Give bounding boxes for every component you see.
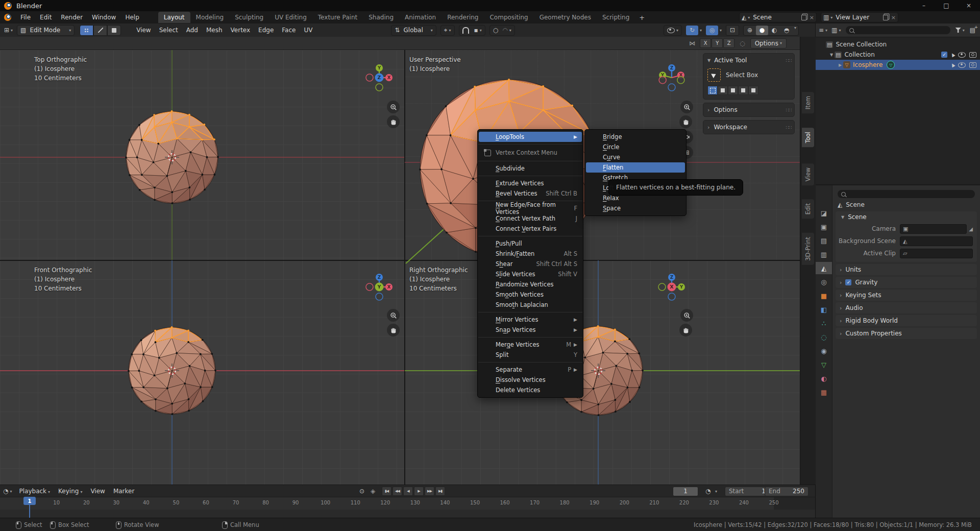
camera-input[interactable]: ▣ [900, 224, 967, 234]
menu-item-dissolve-vertices[interactable]: Dissolve Vertices [479, 375, 582, 385]
select-mode-vertex[interactable] [80, 25, 93, 36]
unlink-scene-icon[interactable]: × [810, 14, 814, 21]
outliner-row-icosphere[interactable]: ▶▽Icosphere▽▲ [816, 60, 980, 70]
properties-tab-object[interactable]: ■ [816, 289, 832, 302]
menu-item-new-edge-face-from-vertices[interactable]: New Edge/Face from VerticesF [479, 203, 582, 213]
pan-hand-button[interactable] [679, 324, 692, 336]
select-mode-box-intersect[interactable] [748, 86, 758, 95]
background-scene-input[interactable]: ◭ [900, 236, 973, 246]
sidebar-tab-view[interactable]: View [802, 163, 814, 185]
remove-view-layer-icon[interactable]: × [891, 14, 896, 21]
proportional-editing-toggle[interactable]: ○◠▾ [489, 25, 515, 36]
show-overlays-toggle[interactable]: ◎ [706, 26, 718, 35]
options-dropdown[interactable]: Options▾ [750, 38, 787, 49]
properties-tab-output[interactable]: ▤ [816, 234, 832, 247]
rendered-shading-button[interactable]: ◓ [780, 26, 793, 35]
frame-start-field[interactable]: Start1 [725, 487, 770, 496]
panel-custom-properties[interactable]: ›Custom Properties [836, 328, 977, 339]
panel-gravity[interactable]: ›✓Gravity [836, 277, 977, 288]
menu-item-connect-vertex-path[interactable]: Connect Vertex PathJ [479, 213, 582, 224]
viewport-menu-add[interactable]: Add [182, 25, 202, 35]
transform-orientation-selector[interactable]: ⇅Global▾ [391, 25, 436, 36]
menu-item-connect-vertex-pairs[interactable]: Connect Vertex Pairs [479, 224, 582, 234]
workspace-tab-compositing[interactable]: Compositing [484, 12, 533, 23]
menu-item-bevel-vertices[interactable]: Bevel VerticesShift Ctrl B [479, 188, 582, 199]
current-frame-field[interactable]: 1 [673, 487, 698, 496]
viewport-right-orthographic[interactable] [405, 260, 800, 485]
snap-toggle[interactable]: ▪▾ [459, 25, 485, 36]
properties-tab-texture[interactable]: ▦ [816, 386, 832, 398]
panel-rigid-body-world[interactable]: ›Rigid Body World [836, 315, 977, 326]
cursor-icon[interactable]: ▲ [950, 62, 955, 68]
viewport-top-orthographic[interactable] [0, 50, 404, 260]
auto-keying-icon[interactable]: ⊙ [359, 488, 364, 494]
menu-file[interactable]: File [16, 12, 35, 22]
properties-tab-scene[interactable]: ◭ [816, 262, 832, 274]
grip-icon[interactable]: ∷∷ [786, 58, 791, 63]
add-workspace-button[interactable]: + [635, 13, 649, 22]
viewport-menu-edge[interactable]: Edge [254, 25, 278, 35]
properties-tab-physics[interactable]: ◌ [816, 331, 832, 343]
scene-panel-header[interactable]: ▼Scene [836, 211, 977, 223]
viewport-menu-face[interactable]: Face [278, 25, 300, 35]
sidebar-tab-edit[interactable]: Edit [802, 199, 814, 219]
menu-item-smooth-vertices[interactable]: Smooth Vertices [479, 289, 582, 300]
maximize-button[interactable]: □ [935, 0, 958, 11]
menu-item-shear[interactable]: ShearShift Ctrl Alt S [479, 259, 582, 269]
outliner-display-mode-icon[interactable]: ≡ [819, 27, 824, 33]
menu-item-randomize-vertices[interactable]: Randomize Vertices [479, 279, 582, 289]
sidebar-tab-3d-print[interactable]: 3D-Print [802, 233, 814, 265]
playhead-frame-tag[interactable]: 1 [23, 497, 36, 505]
workspace-tab-sculpting[interactable]: Sculpting [229, 12, 269, 23]
nav-gizmo-right[interactable]: ZYX [657, 273, 686, 301]
menu-item-push-pull[interactable]: Push/Pull [479, 238, 582, 249]
viewport-menu-vertex[interactable]: Vertex [227, 25, 255, 35]
wireframe-shading-button[interactable]: ⊕ [744, 26, 756, 35]
camera-icon[interactable] [969, 62, 976, 68]
eye-icon[interactable] [958, 62, 966, 68]
eyedropper-icon[interactable]: ◢ [969, 226, 973, 232]
select-mode-box-invert[interactable] [738, 86, 748, 95]
select-mode-face[interactable] [107, 25, 121, 36]
timeline-menu-playback[interactable]: Playback▾ [15, 486, 55, 496]
quad-divider-horizontal[interactable] [0, 260, 800, 261]
workspace-tab-animation[interactable]: Animation [399, 12, 442, 23]
nav-gizmo-perspective[interactable]: ZXY [657, 63, 686, 92]
submenu-item-flatten[interactable]: Flatten [586, 162, 685, 173]
workspace-tab-scripting[interactable]: Scripting [597, 12, 635, 23]
editor-type-button[interactable]: ⊞▾ [4, 27, 13, 33]
play-button[interactable]: ▶ [414, 487, 424, 496]
panel-options[interactable]: ›Options∷∷ [706, 105, 791, 114]
menu-item-snap-vertices[interactable]: Snap Vertices▶ [479, 325, 582, 335]
panel-units[interactable]: ›Units [836, 264, 977, 275]
workspace-tab-layout[interactable]: Layout [158, 12, 190, 23]
menu-window[interactable]: Window [87, 12, 120, 22]
new-scene-icon[interactable] [801, 15, 806, 20]
properties-tab-view-layer[interactable]: ▥ [816, 248, 832, 260]
pan-hand-button[interactable] [679, 115, 692, 128]
workspace-tab-rendering[interactable]: Rendering [442, 12, 484, 23]
menu-item-shrink-fatten[interactable]: Shrink/FattenAlt S [479, 249, 582, 259]
outliner-filter-view-icon[interactable]: ▥ [831, 27, 837, 33]
viewport-menu-select[interactable]: Select [155, 25, 182, 35]
camera-icon[interactable] [969, 52, 976, 58]
nav-gizmo-top[interactable]: YXZ [365, 63, 394, 92]
zoom-button[interactable] [680, 101, 693, 113]
panel-audio[interactable]: ›Audio [836, 302, 977, 313]
workspace-tab-geometry-nodes[interactable]: Geometry Nodes [534, 12, 597, 23]
properties-tab-object-data[interactable]: ▽ [816, 358, 832, 371]
eye-icon[interactable] [958, 52, 966, 58]
view-layer-selector[interactable]: ▥▾ View Layer × [821, 12, 898, 22]
properties-tab-modifiers[interactable]: ◧ [816, 303, 832, 316]
active-tool-panel-header[interactable]: ▼Active Tool∷∷ [706, 56, 791, 65]
scene-selector[interactable]: ◭▾ Scene × [739, 12, 817, 22]
frame-end-field[interactable]: End250 [765, 487, 808, 496]
menu-item-delete-vertices[interactable]: Delete Vertices [479, 385, 582, 395]
viewport-menu-view[interactable]: View [132, 25, 155, 35]
submenu-item-circle[interactable]: Circle [586, 142, 685, 152]
menu-item-smooth-laplacian[interactable]: Smooth Laplacian [479, 300, 582, 310]
mirror-z-button[interactable]: Z [723, 38, 734, 48]
properties-tab-material[interactable]: ◐ [816, 372, 832, 384]
timeline-ruler[interactable]: 1102030405060708090100110120130140150160… [0, 497, 815, 510]
minimize-button[interactable]: – [913, 0, 935, 11]
